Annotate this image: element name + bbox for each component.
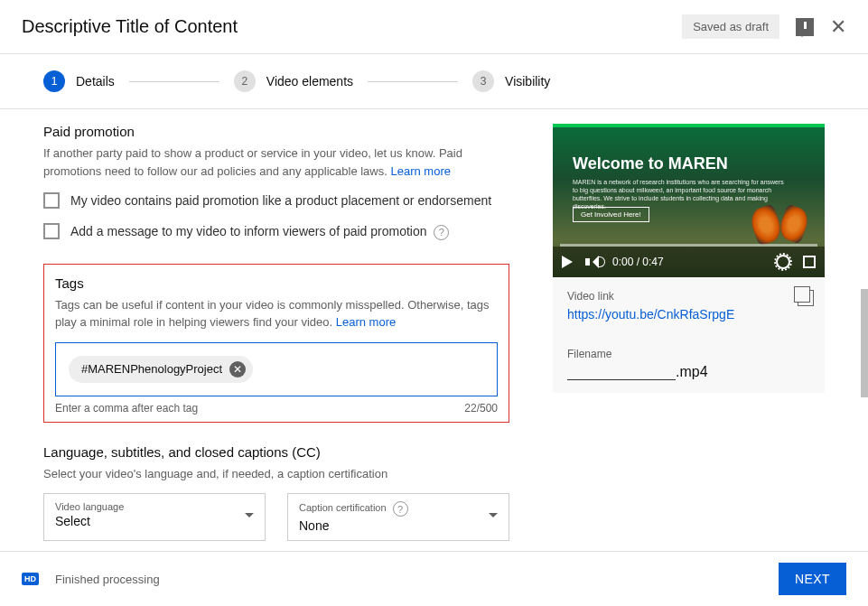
filename-blank (567, 365, 676, 380)
tag-chip: #MARENPhenologyProject ✕ (69, 356, 253, 383)
chevron-down-icon (489, 513, 498, 522)
section-title: Paid promotion (43, 124, 509, 139)
section-description: If another party paid to show a product … (43, 145, 509, 180)
form-column: Paid promotion If another party paid to … (43, 124, 531, 543)
video-language-select[interactable]: Video language Select (43, 493, 266, 541)
help-icon[interactable]: ? (434, 225, 449, 240)
filename-ext: .mp4 (676, 364, 708, 379)
fullscreen-icon[interactable] (803, 256, 816, 268)
section-title: Language, subtitles, and closed captions… (43, 444, 509, 460)
header-actions: Saved as draft ✕ (682, 14, 846, 39)
thumb-description: MAREN is a network of research instituti… (573, 178, 789, 210)
checkbox-label: My video contains paid promotion like a … (70, 191, 491, 210)
learn-more-link[interactable]: Learn more (390, 164, 450, 178)
stepper: 1 Details 2 Video elements 3 Visibility (0, 54, 868, 109)
dialog-footer: HD Finished processing NEXT (0, 551, 868, 606)
checkbox-row-contains-promotion: My video contains paid promotion like a … (43, 191, 509, 210)
select-value: None (299, 518, 498, 533)
tags-hint: Enter a comma after each tag (55, 402, 198, 415)
page-title: Descriptive Title of Content (22, 16, 238, 37)
scrollbar-thumb[interactable] (861, 289, 868, 397)
selects-row: Video language Select Caption certificat… (43, 493, 509, 541)
tags-footer: Enter a comma after each tag 22/500 (55, 402, 498, 415)
select-label: Caption certification ? (299, 501, 498, 517)
draft-status-badge: Saved as draft (682, 14, 779, 39)
label-text: Caption certification (299, 503, 387, 514)
video-controls: 0:00 / 0:47 (553, 247, 825, 277)
tag-remove-icon[interactable]: ✕ (229, 361, 246, 378)
volume-icon[interactable] (585, 256, 600, 268)
learn-more-link[interactable]: Learn more (336, 315, 396, 329)
progress-bar[interactable] (560, 244, 817, 247)
checkbox-add-message[interactable] (43, 223, 60, 239)
step-video-elements[interactable]: 2 Video elements (234, 70, 353, 92)
caption-certification-select[interactable]: Caption certification ? None (287, 493, 509, 541)
step-number: 2 (234, 70, 256, 92)
step-label: Video elements (266, 74, 353, 89)
language-section: Language, subtitles, and closed captions… (43, 444, 509, 542)
select-value: Select (55, 514, 254, 528)
preview-column: Welcome to MAREN MAREN is a network of r… (553, 124, 825, 543)
step-label: Visibility (505, 74, 550, 89)
step-details[interactable]: 1 Details (43, 70, 115, 92)
section-description: Tags can be useful if content in your vi… (55, 296, 498, 331)
play-icon[interactable] (562, 256, 573, 268)
meta-label: Filename (567, 348, 810, 360)
section-description: Select your video's language and, if nee… (43, 465, 509, 483)
copy-icon[interactable] (798, 290, 814, 306)
meta-label: Video link (567, 290, 810, 303)
filename-block: Filename .mp4 (553, 335, 825, 393)
close-icon[interactable]: ✕ (830, 15, 846, 39)
next-button[interactable]: NEXT (779, 563, 846, 595)
section-title: Tags (55, 275, 498, 291)
video-link-block: Video link https://youtu.be/CnkRfaSrpgE (553, 277, 825, 335)
thumb-title: Welcome to MAREN (573, 154, 728, 173)
video-link[interactable]: https://youtu.be/CnkRfaSrpgE (567, 307, 734, 322)
processing-status: Finished processing (55, 573, 779, 586)
tags-input[interactable]: #MARENPhenologyProject ✕ (55, 342, 498, 396)
paid-promotion-section: Paid promotion If another party paid to … (43, 124, 509, 242)
video-thumbnail[interactable]: Welcome to MAREN MAREN is a network of r… (553, 124, 825, 277)
checkbox-label: Add a message to my video to inform view… (70, 221, 449, 241)
time-display: 0:00 / 0:47 (612, 256, 664, 268)
help-icon[interactable]: ? (393, 501, 408, 517)
desc-text: Tags can be useful if content in your vi… (55, 298, 490, 330)
step-connector (368, 81, 458, 82)
tags-counter: 22/500 (464, 402, 498, 415)
dialog-header: Descriptive Title of Content Saved as dr… (0, 0, 868, 54)
tags-section: Tags Tags can be useful if content in yo… (43, 264, 509, 423)
step-number: 3 (472, 70, 494, 92)
step-number: 1 (43, 70, 65, 92)
checkbox-contains-promotion[interactable] (43, 192, 60, 209)
tag-text: #MARENPhenologyProject (81, 362, 222, 376)
thumb-cta-button: Get Involved Here! (573, 207, 649, 222)
checkbox-row-add-message: Add a message to my video to inform view… (43, 221, 509, 241)
video-preview-card: Welcome to MAREN MAREN is a network of r… (553, 124, 825, 393)
step-label: Details (76, 74, 115, 89)
step-connector (129, 81, 219, 82)
label-text: Add a message to my video to inform view… (70, 224, 427, 238)
content-area: Paid promotion If another party paid to … (0, 109, 868, 543)
step-visibility[interactable]: 3 Visibility (472, 70, 550, 92)
gear-icon[interactable] (776, 255, 790, 269)
chevron-down-icon (245, 513, 254, 522)
feedback-icon[interactable] (796, 18, 814, 36)
filename-value: .mp4 (567, 364, 810, 380)
select-label: Video language (55, 501, 254, 512)
hd-badge: HD (22, 573, 39, 585)
